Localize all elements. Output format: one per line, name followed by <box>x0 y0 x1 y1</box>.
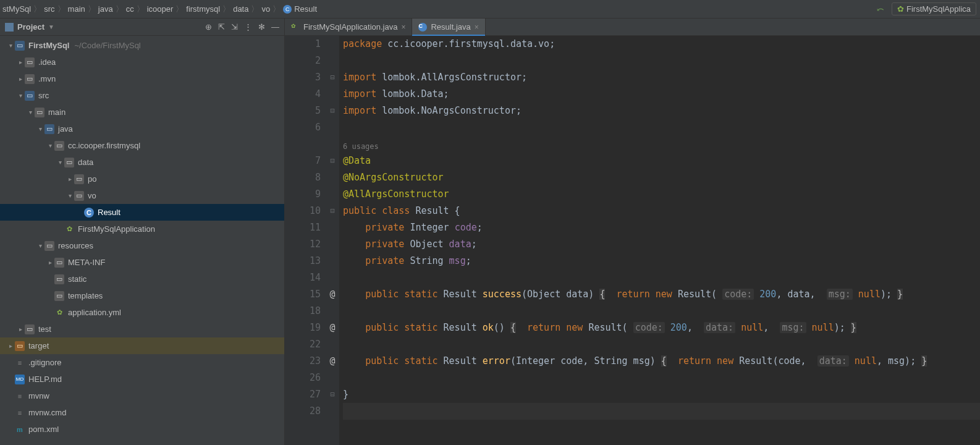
gutter-mark[interactable] <box>326 236 339 253</box>
tree-row[interactable]: ▸≡.gitignore <box>0 354 284 371</box>
breadcrumb-item[interactable]: src <box>44 4 54 14</box>
gutter-mark[interactable] <box>326 53 339 69</box>
hide-icon[interactable]: — <box>271 22 279 32</box>
settings-icon[interactable]: ✻ <box>258 22 265 32</box>
gutter-mark[interactable] <box>326 269 339 286</box>
line-number[interactable]: 4 <box>285 86 321 103</box>
gutter-mark[interactable]: @ <box>326 286 339 303</box>
chevron-down-icon[interactable]: ▾ <box>36 125 44 132</box>
tree-row[interactable]: ▾▭vo <box>0 187 284 204</box>
gutter[interactable]: 12345678910111213141518192223262728 <box>285 36 326 445</box>
line-number[interactable]: 8 <box>285 169 321 186</box>
breadcrumb-item[interactable]: vo <box>261 4 270 14</box>
project-tree[interactable]: ▾▭FirstMySql~/Code/FirstMySql▸▭.idea▸▭.m… <box>0 36 284 445</box>
editor-tab[interactable]: ✿FirstMySqlApplication.java× <box>285 19 412 35</box>
code-line[interactable] <box>343 370 980 386</box>
chevron-down-icon[interactable]: ▾ <box>16 92 25 99</box>
code-line[interactable]: import lombok.Data; <box>343 86 980 103</box>
breadcrumb-item[interactable]: java <box>98 4 113 14</box>
code-line[interactable]: private Integer code; <box>343 219 980 236</box>
breadcrumb-item[interactable]: main <box>68 4 85 14</box>
breadcrumb-item[interactable]: firstmysql <box>186 4 220 14</box>
line-number[interactable]: 23 <box>285 353 321 370</box>
tree-row[interactable]: ▾▭cc.icooper.firstmysql <box>0 137 284 154</box>
code-line[interactable] <box>343 119 980 136</box>
chevron-down-icon[interactable]: ▾ <box>46 142 54 149</box>
code-line[interactable]: import lombok.NoArgsConstructor; <box>343 103 980 119</box>
code-line[interactable]: public class Result { <box>343 203 980 219</box>
tree-row[interactable]: ▸▭static <box>0 271 284 287</box>
gutter-mark[interactable]: ⊟ <box>326 386 339 403</box>
gutter-mark[interactable]: ⊟ <box>326 203 339 219</box>
tree-row[interactable]: ▾▭java <box>0 121 284 137</box>
chevron-right-icon[interactable]: ▸ <box>6 342 15 349</box>
tree-row[interactable]: ▸✿FirstMySqlApplication <box>0 221 284 237</box>
line-number[interactable]: 18 <box>285 303 321 320</box>
code-line[interactable]: @Data <box>343 153 980 169</box>
breadcrumb-item[interactable]: data <box>233 4 248 14</box>
gutter-mark[interactable] <box>326 136 339 153</box>
line-number[interactable]: 28 <box>285 403 321 420</box>
breadcrumb-item[interactable]: CResult <box>283 4 317 14</box>
gutter-mark[interactable]: ⊟ <box>326 153 339 169</box>
line-number[interactable]: 10 <box>285 203 321 219</box>
gutter-mark[interactable] <box>326 169 339 186</box>
build-icon[interactable]: ⤺ <box>877 4 884 14</box>
tree-row[interactable]: ▸CResult <box>0 204 284 221</box>
chevron-down-icon[interactable]: ▾ <box>56 159 64 166</box>
tree-row[interactable]: ▸▭.mvn <box>0 70 284 87</box>
code-line[interactable]: 6 usages <box>343 136 980 153</box>
line-number[interactable]: 22 <box>285 336 321 353</box>
code-line[interactable]: private Object data; <box>343 236 980 253</box>
code-line[interactable]: private String msg; <box>343 253 980 269</box>
gutter-mark[interactable] <box>326 186 339 203</box>
code-line[interactable]: @NoArgsConstructor <box>343 169 980 186</box>
chevron-right-icon[interactable]: ▸ <box>16 326 25 333</box>
line-number[interactable]: 6 <box>285 119 321 136</box>
code-line[interactable]: @AllArgsConstructor <box>343 186 980 203</box>
editor-tab[interactable]: CResult.java× <box>412 19 485 35</box>
line-number[interactable]: 26 <box>285 370 321 386</box>
select-opened-file-icon[interactable]: ⊕ <box>205 22 212 32</box>
chevron-down-icon[interactable]: ▾ <box>65 192 74 199</box>
gutter-mark[interactable] <box>326 403 339 420</box>
code-line[interactable]: package cc.icooper.firstmysql.data.vo; <box>343 36 980 53</box>
code-line[interactable]: } <box>343 386 980 403</box>
chevron-down-icon[interactable]: ▾ <box>6 42 15 49</box>
chevron-right-icon[interactable]: ▸ <box>46 259 54 266</box>
gutter-mark[interactable] <box>326 86 339 103</box>
tree-row[interactable]: ▸▭META-INF <box>0 254 284 271</box>
code-line[interactable] <box>343 336 980 353</box>
breadcrumb[interactable]: stMySql〉src〉main〉java〉cc〉icooper〉firstmy… <box>2 4 317 15</box>
tree-row[interactable]: ▾▭main <box>0 104 284 121</box>
gutter-mark[interactable]: @ <box>326 320 339 336</box>
tree-row[interactable]: ▸MDHELP.md <box>0 371 284 388</box>
chevron-right-icon[interactable]: ▸ <box>65 176 74 182</box>
tree-row[interactable]: ▸✿application.yml <box>0 304 284 321</box>
close-icon[interactable]: × <box>475 23 479 32</box>
run-config-selector[interactable]: ✿ FirstMySqlApplica <box>892 2 976 15</box>
close-icon[interactable]: × <box>401 23 405 32</box>
tree-row[interactable]: ▾▭FirstMySql~/Code/FirstMySql <box>0 37 284 54</box>
line-number[interactable] <box>285 136 321 153</box>
expand-all-icon[interactable]: ⇱ <box>218 22 225 32</box>
tree-row[interactable]: ▸▭po <box>0 171 284 187</box>
line-number[interactable]: 5 <box>285 103 321 119</box>
code-line[interactable] <box>343 53 980 69</box>
line-number[interactable]: 11 <box>285 219 321 236</box>
tree-row[interactable]: ▸≡mvnw <box>0 388 284 404</box>
chevron-down-icon[interactable]: ▾ <box>36 242 44 249</box>
chevron-right-icon[interactable]: ▸ <box>16 75 25 82</box>
line-number[interactable]: 2 <box>285 53 321 69</box>
chevron-right-icon[interactable]: ▸ <box>16 59 25 66</box>
code-line[interactable]: public static Result ok() { return new R… <box>343 320 980 336</box>
line-number[interactable]: 15 <box>285 286 321 303</box>
editor[interactable]: 12345678910111213141518192223262728 ⊟⊟⊟⊟… <box>285 36 980 445</box>
tree-row[interactable]: ▸▭.idea <box>0 54 284 70</box>
line-number[interactable]: 13 <box>285 253 321 269</box>
gutter-mark[interactable] <box>326 219 339 236</box>
gutter-mark[interactable] <box>326 36 339 53</box>
code-line[interactable]: public static Result error(Integer code,… <box>343 353 980 370</box>
gutter-mark[interactable] <box>326 303 339 320</box>
gutter-mark[interactable]: ⊟ <box>326 69 339 86</box>
